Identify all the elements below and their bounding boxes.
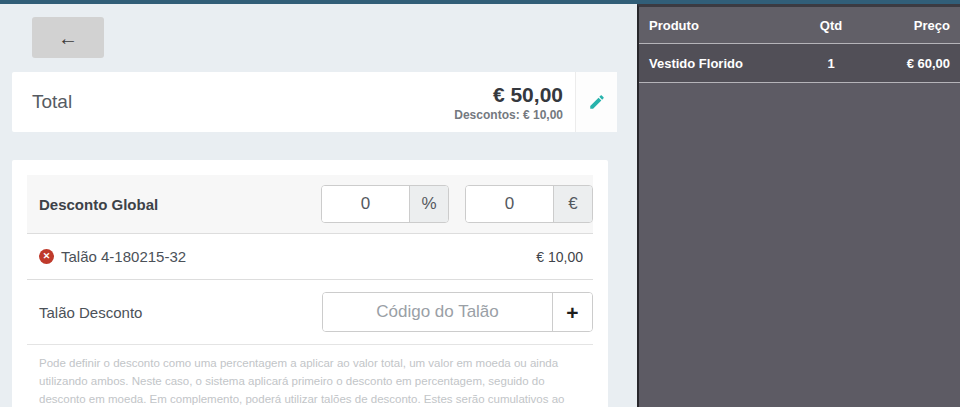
currency-input-group: €: [465, 185, 593, 223]
app-root: ← Total € 50,00 Descontos: € 10,00 Desco…: [0, 4, 960, 407]
euro-addon: €: [553, 186, 592, 222]
voucher-input-row: Talão Desconto +: [27, 279, 593, 344]
back-arrow-icon: ←: [58, 28, 78, 48]
pencil-icon: [588, 93, 606, 111]
percent-addon: %: [409, 186, 448, 222]
column-header-preco: Preço: [866, 18, 950, 33]
plus-icon: +: [566, 302, 578, 323]
global-discount-percent-input[interactable]: [322, 186, 409, 222]
total-card: Total € 50,00 Descontos: € 10,00: [12, 72, 617, 132]
add-voucher-button[interactable]: +: [552, 293, 592, 331]
global-discount-label: Desconto Global: [39, 196, 158, 213]
total-label: Total: [12, 91, 72, 113]
applied-voucher-row: ✕ Talão 4-180215-32 € 10,00: [27, 233, 593, 279]
discount-panel: ← Total € 50,00 Descontos: € 10,00 Desco…: [0, 4, 637, 407]
column-header-produto: Produto: [649, 18, 796, 33]
back-button[interactable]: ←: [32, 17, 104, 58]
cart-item-qty: 1: [796, 56, 866, 71]
total-discounts: Descontos: € 10,00: [454, 108, 563, 122]
column-header-qtd: Qtd: [796, 18, 866, 33]
cart-item-price: € 60,00: [866, 56, 950, 71]
voucher-label: Talão 4-180215-32: [61, 248, 186, 265]
remove-voucher-icon[interactable]: ✕: [39, 249, 54, 264]
cart-item-name: Vestido Florido: [649, 56, 796, 71]
discount-card: Desconto Global % € ✕ Talão 4-180215-32 …: [12, 160, 608, 407]
voucher-discount-label: Talão Desconto: [39, 304, 142, 321]
global-discount-row: Desconto Global % €: [27, 175, 593, 233]
cart-panel: Produto Qtd Preço Vestido Florido 1 € 60…: [637, 4, 960, 407]
cart-row-vestido-florido[interactable]: Vestido Florido 1 € 60,00: [639, 44, 960, 83]
percent-input-group: %: [321, 185, 449, 223]
edit-total-button[interactable]: [575, 72, 617, 132]
voucher-code-input[interactable]: [323, 293, 552, 331]
cart-table-header: Produto Qtd Preço: [639, 7, 960, 44]
total-values: € 50,00 Descontos: € 10,00: [454, 82, 575, 122]
total-amount: € 50,00: [454, 82, 563, 107]
discount-help-text: Pode definir o desconto como uma percent…: [27, 344, 593, 407]
voucher-amount: € 10,00: [536, 249, 583, 265]
voucher-code-group: +: [322, 292, 593, 332]
global-discount-currency-input[interactable]: [466, 186, 553, 222]
